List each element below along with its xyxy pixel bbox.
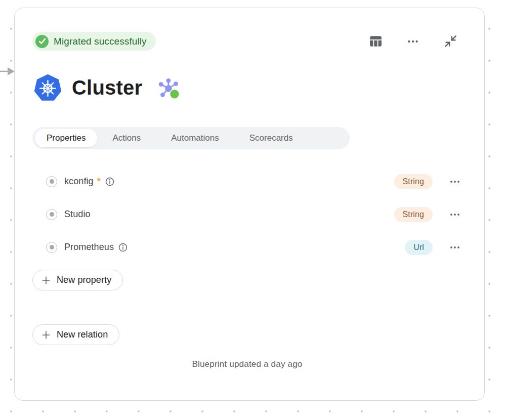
new-property-label: New property (57, 275, 111, 285)
card-header-bar: Migrated successfully (32, 32, 462, 51)
property-radio-icon (46, 242, 57, 253)
status-badge: Migrated successfully (32, 32, 156, 51)
tab-bar: Properties Actions Automations Scorecard… (32, 127, 350, 149)
property-menu-button[interactable] (448, 175, 462, 189)
blueprint-updated-status: Blueprint updated a day ago (32, 359, 462, 369)
property-type-badge: String (394, 174, 433, 189)
property-name: kconfig (64, 176, 94, 187)
edge-arrow-icon (0, 65, 15, 77)
property-row-prometheus[interactable]: Prometheus Url (32, 231, 462, 264)
page-title: Cluster (72, 76, 142, 99)
property-type-badge: String (394, 207, 433, 222)
title-row: Cluster (33, 73, 462, 102)
tab-automations[interactable]: Automations (156, 129, 234, 147)
plus-icon (41, 275, 51, 285)
info-button[interactable] (118, 242, 128, 253)
more-options-icon (449, 208, 461, 221)
collapse-icon (444, 34, 457, 48)
info-icon (105, 177, 115, 187)
more-options-icon (449, 241, 461, 254)
property-type-badge: Url (405, 240, 433, 255)
blueprint-card: Migrated successfully (14, 8, 485, 401)
graph-icon (158, 77, 181, 101)
collapse-button[interactable] (443, 34, 458, 49)
more-options-icon (449, 176, 461, 188)
plus-icon (41, 330, 51, 340)
property-menu-button[interactable] (448, 240, 462, 255)
required-asterisk: * (97, 176, 101, 187)
tab-properties[interactable]: Properties (35, 129, 97, 147)
tab-scorecards[interactable]: Scorecards (234, 129, 308, 147)
status-badge-label: Migrated successfully (54, 36, 147, 47)
graph-view-button[interactable] (158, 77, 181, 102)
property-menu-button[interactable] (448, 207, 462, 222)
columns-view-button[interactable] (368, 34, 383, 49)
new-relation-button[interactable]: New relation (32, 324, 119, 345)
tab-actions[interactable]: Actions (97, 129, 156, 147)
more-options-button[interactable] (405, 34, 420, 49)
properties-list: kconfig * String (32, 165, 462, 264)
property-name: Prometheus (64, 242, 114, 253)
new-property-button[interactable]: New property (32, 270, 123, 290)
kubernetes-icon (33, 73, 62, 102)
new-relation-label: New relation (57, 329, 108, 340)
info-button[interactable] (105, 177, 115, 187)
property-row-studio[interactable]: Studio String (32, 198, 462, 231)
property-radio-icon (46, 176, 57, 187)
columns-icon (368, 34, 383, 49)
property-name: Studio (64, 209, 91, 220)
more-options-icon (406, 35, 419, 48)
check-circle-icon (35, 35, 49, 48)
property-radio-icon (46, 209, 57, 220)
info-icon (118, 242, 128, 253)
card-toolbar (368, 34, 458, 49)
property-row-kconfig[interactable]: kconfig * String (32, 165, 462, 198)
